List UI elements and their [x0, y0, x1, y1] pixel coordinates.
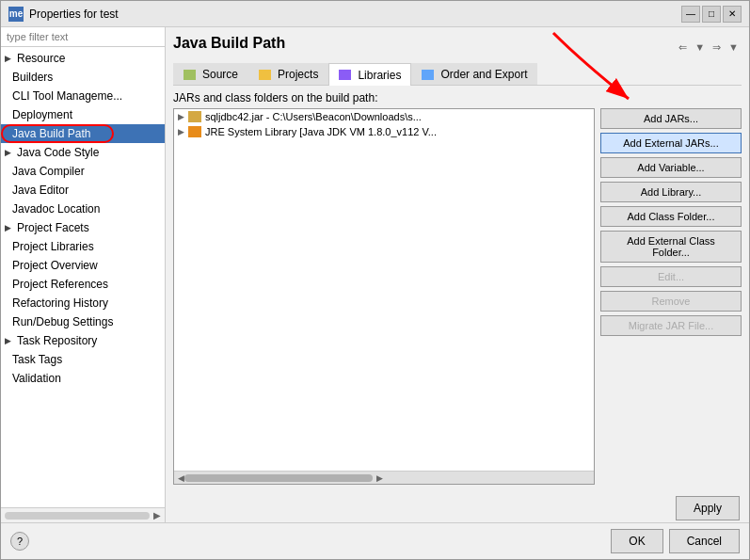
sidebar-item-resource[interactable]: ▶ Resource [1, 49, 165, 68]
add-external-jars-button[interactable]: Add External JARs... [600, 133, 742, 153]
nav-dropdown-icon[interactable]: ▼ [726, 41, 742, 53]
tab-source-label: Source [202, 68, 238, 81]
sidebar-item-run-debug[interactable]: Run/Debug Settings [1, 312, 165, 331]
page-title: Java Build Path [173, 35, 285, 52]
add-class-folder-button[interactable]: Add Class Folder... [600, 206, 742, 227]
sidebar-item-label: Project Overview [12, 259, 98, 272]
scroll-left-icon[interactable]: ◀ [178, 473, 184, 483]
section-label: JARs and class folders on the build path… [173, 91, 742, 104]
chevron-icon: ▶ [5, 336, 11, 345]
sidebar-item-label: Java Editor [12, 184, 69, 197]
bottom-bar: ? OK Cancel [1, 522, 749, 559]
sidebar-scrollbar-area[interactable]: ▶ [1, 507, 165, 522]
add-library-button[interactable]: Add Library... [600, 182, 742, 202]
source-tab-icon [184, 70, 196, 80]
sidebar-item-task-tags[interactable]: Task Tags [1, 350, 165, 369]
main-content-wrapper: Java Build Path ⇐ ▼ ⇒ ▼ Source [166, 27, 749, 522]
nav-arrows: ⇐ ▼ ⇒ ▼ [676, 41, 742, 54]
app-icon: me [8, 7, 24, 22]
main-content: Java Build Path ⇐ ▼ ⇒ ▼ Source [166, 27, 749, 492]
scroll-right-icon[interactable]: ▶ [376, 473, 383, 483]
migrate-jar-button[interactable]: Migrate JAR File... [600, 315, 742, 336]
tab-libraries-label: Libraries [358, 69, 401, 82]
sidebar-list: ▶ Resource Builders CLI Tool Manageme...… [1, 47, 165, 507]
libraries-tab-icon [339, 70, 351, 80]
tab-order-export[interactable]: Order and Export [411, 63, 537, 85]
add-external-class-folder-button[interactable]: Add External Class Folder... [600, 231, 742, 263]
add-jars-button[interactable]: Add JARs... [600, 108, 742, 129]
action-buttons-container: Add JARs... Add External JARs... Add Var… [600, 108, 742, 485]
sidebar-item-javadoc[interactable]: Javadoc Location [1, 200, 165, 218]
title-bar: me Properties for test — □ ✕ [1, 1, 749, 27]
apply-button[interactable]: Apply [676, 496, 740, 520]
sidebar-item-java-build-path[interactable]: Java Build Path [1, 124, 165, 143]
sidebar-item-label: Project Libraries [12, 240, 94, 253]
ok-button[interactable]: OK [611, 529, 662, 553]
sidebar-item-label: CLI Tool Manageme... [12, 89, 122, 103]
nav-bar: Java Build Path ⇐ ▼ ⇒ ▼ [173, 35, 742, 59]
nav-down-icon[interactable]: ▼ [692, 41, 708, 53]
tab-projects[interactable]: Projects [248, 63, 328, 85]
jar-scrollbar-h[interactable] [184, 474, 373, 482]
sidebar-item-label: Validation [12, 372, 61, 385]
jar-file-icon [188, 111, 201, 122]
sidebar-item-label: Javadoc Location [12, 202, 100, 216]
sidebar-item-builders[interactable]: Builders [1, 68, 165, 87]
jar-item-jre[interactable]: ▶ JRE System Library [Java JDK VM 1.8.0_… [174, 124, 594, 139]
sidebar-item-validation[interactable]: Validation [1, 369, 165, 388]
sidebar-item-project-overview[interactable]: Project Overview [1, 256, 165, 275]
sidebar-item-project-libraries[interactable]: Project Libraries [1, 237, 165, 256]
sidebar-item-label: Java Build Path [12, 127, 90, 140]
tab-libraries[interactable]: Libraries [328, 63, 411, 86]
filter-input[interactable] [1, 27, 165, 47]
tab-source[interactable]: Source [173, 63, 248, 85]
maximize-button[interactable]: □ [702, 6, 721, 23]
dialog-title: Properties for test [29, 8, 119, 21]
title-bar-left: me Properties for test [8, 7, 119, 22]
sidebar-item-refactoring-history[interactable]: Refactoring History [1, 294, 165, 312]
build-path-area: ▶ sqljdbc42.jar - C:\Users\Beacon\Downlo… [173, 108, 742, 485]
tab-projects-label: Projects [278, 68, 318, 81]
remove-button[interactable]: Remove [600, 291, 742, 312]
order-tab-icon [422, 70, 434, 80]
sidebar-item-label: Builders [12, 71, 53, 84]
sidebar-scrollbar[interactable] [5, 512, 150, 520]
add-variable-button[interactable]: Add Variable... [600, 157, 742, 178]
nav-back-icon[interactable]: ⇐ [676, 41, 690, 54]
sidebar-item-java-editor[interactable]: Java Editor [1, 181, 165, 200]
tab-bar: Source Projects Libraries Order and Expo… [173, 63, 742, 86]
nav-forward-icon[interactable]: ⇒ [710, 41, 724, 54]
sidebar-item-label: Resource [17, 52, 65, 65]
sidebar-item-task-repository[interactable]: ▶ Task Repository [1, 331, 165, 350]
jar-list-container: ▶ sqljdbc42.jar - C:\Users\Beacon\Downlo… [173, 108, 595, 485]
sidebar-item-deployment[interactable]: Deployment [1, 105, 165, 124]
properties-dialog: me Properties for test — □ ✕ ▶ Resource … [0, 0, 750, 560]
minimize-button[interactable]: — [681, 6, 700, 23]
sidebar-item-label: Project Facets [17, 221, 89, 234]
jar-item-label: sqljdbc42.jar - C:\Users\Beacon\Download… [205, 111, 422, 122]
sidebar-scroll-right[interactable]: ▶ [153, 510, 161, 520]
sidebar-item-label: Task Repository [17, 334, 97, 347]
sidebar-item-label: Project References [12, 278, 108, 291]
projects-tab-icon [259, 70, 271, 80]
jar-scrollbar-h-area[interactable]: ◀ ▶ [174, 471, 594, 484]
action-buttons: Add JARs... Add External JARs... Add Var… [600, 108, 742, 336]
close-button[interactable]: ✕ [723, 6, 742, 23]
sidebar-item-label: Deployment [12, 108, 72, 121]
cancel-button[interactable]: Cancel [669, 529, 740, 553]
sidebar-item-java-code-style[interactable]: ▶ Java Code Style [1, 143, 165, 162]
bottom-buttons: OK Cancel [611, 529, 740, 553]
edit-button[interactable]: Edit... [600, 266, 742, 287]
sidebar-item-project-references[interactable]: Project References [1, 275, 165, 294]
sidebar-item-java-build-path-wrapper: Java Build Path [1, 124, 165, 143]
jar-item-sqljdbc[interactable]: ▶ sqljdbc42.jar - C:\Users\Beacon\Downlo… [174, 109, 594, 124]
help-button[interactable]: ? [10, 532, 29, 551]
title-buttons: — □ ✕ [681, 6, 742, 23]
jar-expand-icon: ▶ [178, 112, 184, 121]
sidebar: ▶ Resource Builders CLI Tool Manageme...… [1, 27, 166, 522]
sidebar-item-java-compiler[interactable]: Java Compiler [1, 162, 165, 181]
sidebar-item-cli[interactable]: CLI Tool Manageme... [1, 87, 165, 105]
dialog-body: ▶ Resource Builders CLI Tool Manageme...… [1, 27, 749, 522]
sidebar-item-project-facets[interactable]: ▶ Project Facets [1, 218, 165, 237]
jar-list[interactable]: ▶ sqljdbc42.jar - C:\Users\Beacon\Downlo… [174, 109, 594, 471]
